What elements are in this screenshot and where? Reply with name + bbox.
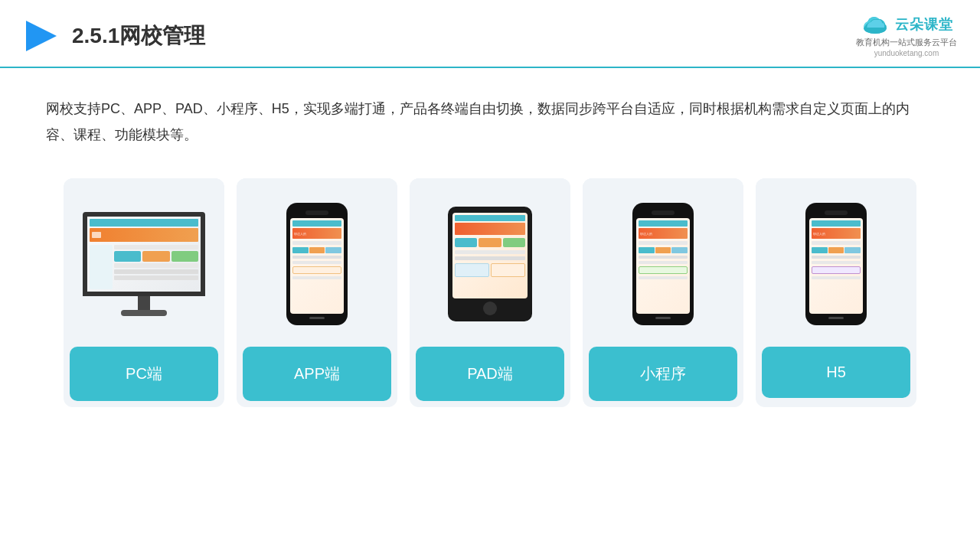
cloud-icon (860, 14, 890, 35)
card-app: 职达人的 A (237, 178, 397, 407)
phone-home-h5 (828, 317, 844, 319)
logo-area: 云朵课堂 教育机构一站式服务云平台 yunduoketang.com (856, 14, 957, 57)
monitor-screen (83, 212, 205, 296)
tablet-home-btn (483, 302, 497, 315)
phone-screen-app: 职达人的 (290, 218, 344, 314)
card-h5: 职达人的 H (756, 178, 916, 407)
card-image-h5: 职达人的 (756, 178, 916, 347)
cards-container: PC端 职达人的 (0, 163, 980, 430)
phone-home (309, 317, 325, 319)
header: 2.5.1网校管理 云朵课堂 教育机构一站式服务云平台 yunduok (0, 0, 980, 68)
page-title: 2.5.1网校管理 (72, 21, 205, 51)
phone-notch (305, 210, 328, 215)
phone-notch-mini (652, 210, 675, 215)
card-label-h5: H5 (762, 347, 910, 398)
card-image-pad (410, 178, 570, 347)
monitor-mockup (83, 212, 205, 316)
phone-screen-h5: 职达人的 (809, 218, 863, 314)
description-text: 网校支持PC、APP、PAD、小程序、H5，实现多端打通，产品各终端自由切换，数… (0, 68, 980, 163)
monitor-neck (138, 296, 150, 310)
card-label-app: APP端 (243, 347, 391, 401)
logo-url: yunduoketang.com (874, 49, 939, 57)
logo-subtitle: 教育机构一站式服务云平台 (856, 37, 957, 48)
phone-mockup-h5: 职达人的 (805, 203, 867, 325)
phone-mockup-app: 职达人的 (286, 203, 348, 325)
card-image-app: 职达人的 (237, 178, 397, 347)
header-left: 2.5.1网校管理 (23, 18, 205, 54)
play-icon (23, 18, 60, 54)
tablet-screen (452, 213, 528, 298)
card-label-pad: PAD端 (416, 347, 564, 401)
phone-home-mini (655, 317, 671, 319)
logo-cloud: 云朵课堂 (860, 14, 953, 35)
logo-text: 云朵课堂 (895, 15, 953, 34)
svg-marker-0 (26, 21, 57, 51)
card-pad: PAD端 (410, 178, 570, 407)
card-label-pc: PC端 (70, 347, 218, 401)
phone-screen-mini: 职达人的 (636, 218, 690, 314)
monitor-base (121, 310, 167, 316)
card-image-miniprogram: 职达人的 (583, 178, 743, 347)
card-image-pc (64, 178, 224, 347)
card-miniprogram: 职达人的 小 (583, 178, 743, 407)
tablet-mockup (448, 207, 532, 321)
card-pc: PC端 (64, 178, 224, 407)
phone-notch-h5 (825, 210, 848, 215)
card-label-miniprogram: 小程序 (589, 347, 737, 401)
phone-mockup-mini: 职达人的 (632, 203, 694, 325)
